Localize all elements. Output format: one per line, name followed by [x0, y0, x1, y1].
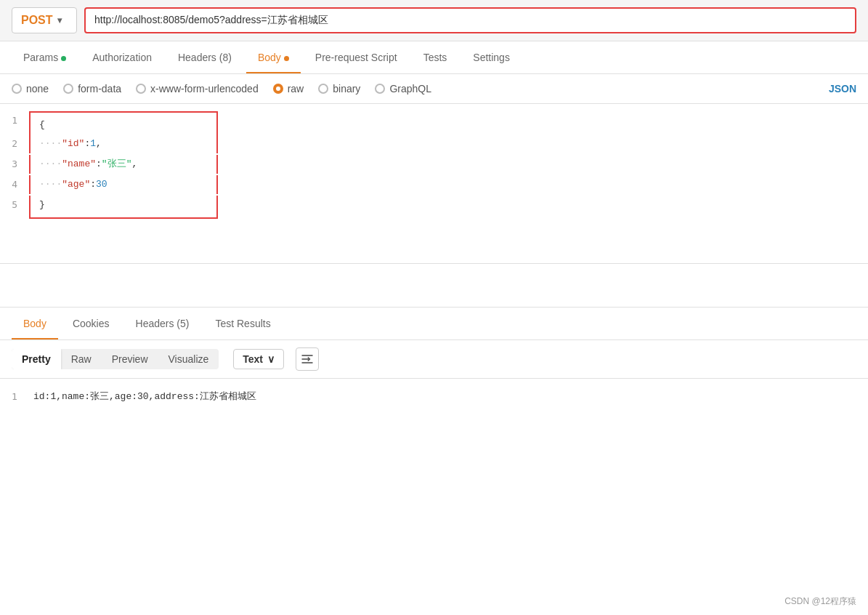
radio-form-data-circle — [63, 84, 73, 94]
radio-binary-label: binary — [333, 83, 360, 95]
method-label: POST — [21, 14, 53, 27]
tab-prerequest[interactable]: Pre-request Script — [304, 41, 409, 73]
radio-urlencoded-label: x-www-form-urlencoded — [150, 83, 259, 95]
body-type-row: none form-data x-www-form-urlencoded raw… — [0, 74, 868, 104]
chevron-down-icon: ▾ — [57, 15, 62, 25]
radio-raw-label: raw — [288, 83, 304, 95]
editor-spacer — [0, 264, 868, 308]
line-num-1: 1 — [0, 111, 29, 130]
radio-form-data-label: form-data — [78, 83, 121, 95]
wrap-icon[interactable] — [296, 347, 319, 371]
tab-tests[interactable]: Tests — [412, 41, 459, 73]
response-tabs: Body Cookies Headers (5) Test Results — [0, 308, 868, 340]
radio-none-circle — [12, 84, 22, 94]
line-content-1: { — [39, 119, 45, 130]
response-content: id:1,name:张三,age:30,address:江苏省相城区 — [33, 387, 256, 406]
params-dot — [61, 56, 66, 61]
tab-body-label: Body — [258, 52, 281, 63]
radio-none-label: none — [26, 83, 49, 95]
tab-authorization-label: Authorization — [92, 52, 152, 63]
line-num-5: 5 — [0, 196, 29, 214]
format-row: Pretty Raw Preview Visualize Text ∨ — [0, 340, 868, 379]
radio-none[interactable]: none — [12, 83, 49, 95]
radio-urlencoded-circle — [136, 84, 146, 94]
line-content-2: ····"id":1, — [39, 138, 102, 149]
format-preview-btn[interactable]: Preview — [102, 349, 158, 369]
line-num-4: 4 — [0, 175, 29, 194]
code-line-5: 5 } — [0, 196, 868, 219]
url-input[interactable] — [86, 9, 855, 32]
line-content-5: } — [39, 199, 45, 210]
radio-graphql[interactable]: GraphQL — [375, 83, 431, 95]
radio-binary[interactable]: binary — [318, 83, 360, 95]
line-num-2: 2 — [0, 134, 29, 153]
response-body: 1 id:1,name:张三,age:30,address:江苏省相城区 — [0, 379, 868, 417]
text-type-label: Text — [243, 353, 263, 365]
response-section: Body Cookies Headers (5) Test Results Pr… — [0, 308, 868, 417]
response-tab-cookies[interactable]: Cookies — [61, 308, 121, 339]
tab-headers-label: Headers (8) — [178, 52, 232, 63]
format-raw-btn[interactable]: Raw — [61, 349, 102, 369]
format-btn-group: Pretty Raw Preview Visualize — [12, 349, 219, 369]
response-line-num: 1 — [12, 387, 33, 406]
request-tabs: Params Authorization Headers (8) Body Pr… — [0, 41, 868, 74]
line-content-3: ····"name":"张三", — [39, 158, 137, 169]
radio-graphql-label: GraphQL — [389, 83, 431, 95]
code-line-3: 3 ····"name":"张三", — [0, 155, 868, 175]
radio-form-data[interactable]: form-data — [63, 83, 121, 95]
response-tab-body[interactable]: Body — [12, 308, 58, 339]
response-tab-test-results[interactable]: Test Results — [203, 308, 282, 339]
tab-params-label: Params — [23, 52, 58, 63]
tab-settings-label: Settings — [473, 52, 510, 63]
response-tab-test-results-label: Test Results — [215, 318, 270, 329]
code-editor: 1 { 2 ····"id":1, 3 ····"name":"张三", 4 ·… — [0, 104, 868, 264]
tab-headers[interactable]: Headers (8) — [166, 41, 243, 73]
json-type-link[interactable]: JSON — [829, 83, 856, 95]
response-tab-body-label: Body — [23, 318, 46, 329]
url-bar: POST ▾ — [0, 0, 868, 41]
line-content-4: ····"age":30 — [39, 179, 108, 190]
tab-tests-label: Tests — [423, 52, 447, 63]
body-dot — [284, 56, 289, 61]
response-tab-headers[interactable]: Headers (5) — [124, 308, 201, 339]
tab-prerequest-label: Pre-request Script — [315, 52, 397, 63]
code-line-2: 2 ····"id":1, — [0, 134, 868, 155]
url-input-wrapper — [84, 7, 856, 33]
response-tab-headers-label: Headers (5) — [136, 318, 190, 329]
code-lines: 1 { 2 ····"id":1, 3 ····"name":"张三", 4 ·… — [0, 104, 868, 226]
radio-raw[interactable]: raw — [273, 83, 304, 95]
radio-binary-circle — [318, 84, 328, 94]
format-visualize-btn[interactable]: Visualize — [158, 349, 219, 369]
radio-raw-circle — [273, 84, 283, 94]
tab-settings[interactable]: Settings — [461, 41, 522, 73]
radio-urlencoded[interactable]: x-www-form-urlencoded — [136, 83, 259, 95]
response-line-1: 1 id:1,name:张三,age:30,address:江苏省相城区 — [12, 387, 856, 408]
line-num-3: 3 — [0, 155, 29, 174]
radio-graphql-circle — [375, 84, 385, 94]
code-line-4: 4 ····"age":30 — [0, 175, 868, 196]
tab-body[interactable]: Body — [246, 41, 301, 73]
tab-params[interactable]: Params — [12, 41, 78, 73]
response-tab-cookies-label: Cookies — [73, 318, 110, 329]
tab-authorization[interactable]: Authorization — [81, 41, 163, 73]
text-dropdown-chevron: ∨ — [267, 353, 275, 365]
code-line-1: 1 { — [0, 111, 868, 134]
format-pretty-btn[interactable]: Pretty — [12, 349, 61, 369]
method-select[interactable]: POST ▾ — [12, 7, 77, 33]
text-type-dropdown[interactable]: Text ∨ — [233, 349, 284, 369]
